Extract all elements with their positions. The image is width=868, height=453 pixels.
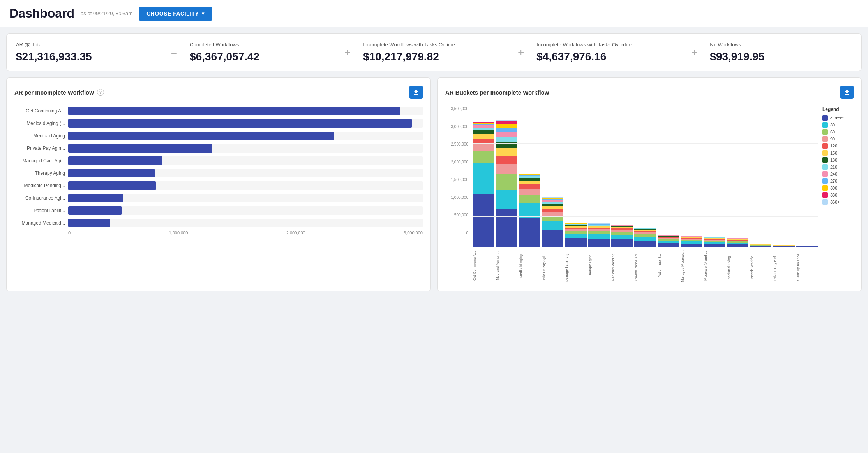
legend-swatch bbox=[822, 164, 828, 170]
grid-line bbox=[473, 125, 818, 125]
stacked-segment bbox=[542, 216, 563, 221]
y-axis-label: 500,000 bbox=[454, 213, 468, 217]
bar-track bbox=[68, 156, 423, 165]
stacked-segment bbox=[496, 209, 517, 247]
stacked-segment bbox=[750, 246, 771, 247]
x-label-item: Clean up balance... bbox=[796, 248, 818, 283]
bar-row: Private Pay Agin... bbox=[14, 144, 423, 153]
choose-facility-button[interactable]: CHOOSE FACILITY ▾ bbox=[139, 7, 212, 21]
bar-x-label: 2,000,000 bbox=[286, 230, 305, 235]
stacked-segment bbox=[496, 124, 517, 128]
stacked-segment bbox=[542, 221, 563, 230]
metric-label: Incomplete Workflows with Tasks Ontime bbox=[363, 42, 505, 47]
grid-line bbox=[473, 162, 818, 162]
legend-swatch bbox=[822, 178, 828, 184]
bar-track bbox=[68, 132, 423, 140]
bar-row: Patient liabilit... bbox=[14, 206, 423, 215]
legend-title: Legend bbox=[822, 107, 854, 112]
x-label-item: Co-Insurance Agi... bbox=[634, 248, 656, 283]
y-axis-label: 1,000,000 bbox=[451, 195, 469, 200]
bar-track bbox=[68, 206, 423, 215]
stacked-chart-inner: 3,500,0003,000,0002,500,0002,000,0001,50… bbox=[445, 107, 818, 247]
legend-label: 30 bbox=[830, 123, 835, 127]
bar-fill bbox=[68, 206, 122, 215]
stacked-segment bbox=[681, 244, 702, 247]
y-axis-label: 3,000,000 bbox=[451, 125, 469, 129]
stacked-segment bbox=[588, 234, 610, 239]
stacked-segment bbox=[704, 244, 725, 247]
choose-facility-label: CHOOSE FACILITY bbox=[146, 11, 199, 17]
stacked-segment bbox=[658, 243, 679, 247]
legend-panel: Legend current 30 60 90 120 150 180 210 … bbox=[822, 107, 854, 283]
stacked-bar-group bbox=[588, 223, 610, 247]
x-label-item: Medicaid Aging (... bbox=[496, 248, 517, 283]
stacked-chart-title: AR Buckets per Incomplete Workflow bbox=[445, 89, 549, 96]
legend-swatch bbox=[822, 150, 828, 156]
stacked-segment bbox=[542, 209, 563, 212]
bar-x-label: 3,000,000 bbox=[404, 230, 423, 235]
legend-item: 300 bbox=[822, 185, 854, 191]
help-icon[interactable]: ? bbox=[97, 89, 104, 96]
bar-label: Medicaid Aging (... bbox=[14, 121, 65, 126]
legend-label: 120 bbox=[830, 144, 837, 148]
legend-label: 210 bbox=[830, 165, 837, 169]
bar-label: Managed Care Agi... bbox=[14, 158, 65, 163]
legend-item: 180 bbox=[822, 157, 854, 163]
stacked-bar-group bbox=[565, 223, 586, 247]
stacked-segment bbox=[496, 164, 517, 174]
header-subtitle: as of 09/21/20, 8:03am bbox=[81, 11, 132, 16]
chevron-down-icon: ▾ bbox=[202, 11, 205, 16]
stacked-bar-group bbox=[773, 245, 794, 247]
legend-swatch bbox=[822, 136, 828, 142]
stacked-bar-group bbox=[542, 197, 563, 247]
stacked-segment bbox=[473, 144, 494, 151]
y-axis-label: 3,500,000 bbox=[451, 107, 469, 111]
metric-separator: = bbox=[168, 46, 180, 59]
stacked-segment bbox=[796, 246, 818, 247]
legend-item: 330 bbox=[822, 192, 854, 198]
metric-label: No Workflows bbox=[710, 42, 852, 47]
metric-value: $93,919.95 bbox=[710, 51, 852, 63]
bar-x-label: 1,000,000 bbox=[169, 230, 188, 235]
stacked-chart-wrapper: 3,500,0003,000,0002,500,0002,000,0001,50… bbox=[445, 107, 854, 283]
bar-track bbox=[68, 107, 423, 115]
stacked-segment bbox=[519, 189, 540, 195]
stacked-segment bbox=[634, 241, 656, 247]
metric-value: $4,637,976.16 bbox=[536, 51, 679, 63]
x-label-item: Private Pay Refu... bbox=[773, 248, 794, 283]
bar-x-axis: 01,000,0002,000,0003,000,000 bbox=[68, 230, 423, 235]
x-label-item: Managed Care Agi... bbox=[565, 248, 586, 283]
bar-row: Managed Medicaid... bbox=[14, 219, 423, 227]
stacked-bar-group bbox=[496, 120, 517, 247]
stacked-segment bbox=[496, 148, 517, 156]
x-label-item: Managed Medicaid... bbox=[681, 248, 702, 283]
charts-row: AR per Incomplete Workflow ? Get Continu… bbox=[6, 77, 862, 291]
bar-label: Patient liabilit... bbox=[14, 208, 65, 213]
stacked-segment bbox=[496, 190, 517, 209]
stacked-segment bbox=[727, 244, 748, 247]
bar-row: Co-Insurance Agi... bbox=[14, 194, 423, 202]
bar-row: Managed Care Agi... bbox=[14, 156, 423, 165]
bar-label: Medicaid Aging bbox=[14, 133, 65, 139]
metric-card-2: Incomplete Workflows with Tasks Ontime $… bbox=[354, 34, 515, 71]
metric-value: $10,217,979.82 bbox=[363, 51, 505, 63]
stacked-segment bbox=[496, 174, 517, 190]
stacked-chart-upload-button[interactable] bbox=[840, 86, 854, 99]
bar-label: Co-Insurance Agi... bbox=[14, 195, 65, 201]
bar-row: Medicaid Aging bbox=[14, 132, 423, 140]
stacked-segment bbox=[519, 184, 540, 189]
y-axis-label: 0 bbox=[466, 231, 468, 235]
legend-label: 240 bbox=[830, 172, 837, 176]
bar-label: Managed Medicaid... bbox=[14, 220, 65, 226]
bar-chart-upload-button[interactable] bbox=[409, 86, 423, 99]
y-axis-label: 2,000,000 bbox=[451, 160, 469, 164]
stacked-segment bbox=[473, 139, 494, 144]
x-label-item: Medicare (A and ... bbox=[704, 248, 725, 283]
legend-label: 60 bbox=[830, 130, 835, 134]
metric-card-0: AR ($) Total $21,316,933.35 bbox=[7, 34, 168, 71]
x-label-item: Assisted Living ... bbox=[727, 248, 748, 283]
stacked-bar-group bbox=[519, 174, 540, 247]
metric-label: Incomplete Workflows with Tasks Overdue bbox=[536, 42, 679, 47]
legend-label: current bbox=[830, 116, 843, 120]
stacked-segment bbox=[611, 239, 633, 247]
